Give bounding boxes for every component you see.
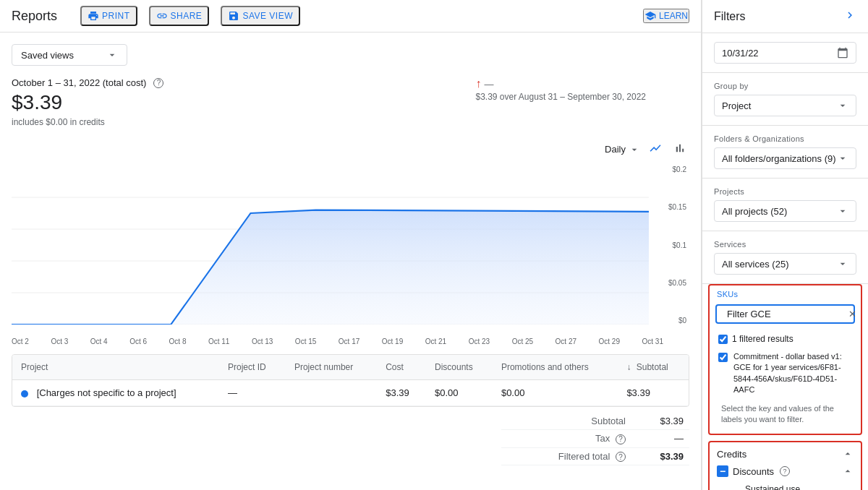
sku-result-item: Commitment - dollar based v1: GCE for 1 …: [715, 347, 855, 400]
folders-section: Folders & Organizations All folders/orga…: [702, 126, 868, 179]
chart-x-labels: Oct 2 Oct 3 Oct 4 Oct 6 Oct 8 Oct 11 Oct…: [12, 336, 689, 354]
promotions-cell: $0.00: [493, 380, 618, 406]
cost-cell: $3.39: [377, 380, 426, 406]
sku-search-input[interactable]: [727, 309, 848, 319]
col-project: Project: [12, 355, 219, 380]
credits-header: Credits: [710, 442, 861, 463]
cost-period-help-icon[interactable]: ?: [153, 78, 163, 88]
filtered-total-label: Filtered total ?: [501, 447, 631, 465]
date-input[interactable]: 10/31/22: [714, 42, 856, 64]
project-name-cell: [Charges not specific to a project]: [12, 380, 219, 406]
cost-summary-left: October 1 – 31, 2022 (total cost) ? $3.3…: [12, 77, 475, 127]
discounts-help-icon[interactable]: ?: [780, 466, 790, 476]
line-chart-icon: [649, 142, 662, 155]
projects-chevron-icon: [837, 205, 848, 217]
project-number-cell: [286, 380, 377, 406]
discounts-cell: $0.00: [426, 380, 493, 406]
sku-results: 1 filtered results Commitment - dollar b…: [710, 328, 861, 434]
cost-period: October 1 – 31, 2022 (total cost) ?: [12, 77, 475, 88]
discounts-expand-icon[interactable]: [842, 465, 854, 477]
daily-period-select[interactable]: Daily: [605, 144, 640, 155]
saved-views-dropdown[interactable]: Saved views: [12, 44, 127, 66]
print-icon: [88, 10, 99, 22]
table-row: [Charges not specific to a project] — $3…: [12, 380, 689, 406]
cost-summary-right: ↑ — $3.39 over August 31 – September 30,…: [475, 77, 646, 102]
skus-section: SKUs ✕ 1 filtered results Commitment - d…: [708, 284, 862, 435]
expand-sidebar-button[interactable]: [843, 9, 856, 24]
labels-hint: Select the key and values of the labels …: [715, 400, 855, 431]
line-chart-button[interactable]: [646, 139, 665, 160]
sku-search-clear-button[interactable]: ✕: [848, 309, 856, 319]
filtered-total-value: $3.39: [631, 447, 689, 465]
group-by-label: Group by: [714, 82, 856, 90]
chevron-down-icon: [106, 49, 118, 61]
credits-section: Credits − Discounts ? Sustained use disc…: [708, 441, 862, 490]
change-dash: —: [484, 79, 493, 90]
projects-value: All projects (52): [722, 206, 837, 217]
sort-down-icon: ↓: [626, 362, 631, 372]
filtered-results-item: 1 filtered results: [715, 331, 855, 347]
print-button[interactable]: PRINT: [80, 6, 137, 26]
credits-title: Credits: [717, 449, 746, 460]
projects-dropdown[interactable]: All projects (52): [714, 200, 856, 222]
print-label: PRINT: [102, 11, 130, 21]
group-by-dropdown[interactable]: Project: [714, 95, 856, 116]
project-id-cell: —: [219, 380, 286, 406]
sku-search-box[interactable]: ✕: [715, 304, 855, 324]
chart-y-labels: $0.2 $0.15 $0.1 $0.05 $0: [663, 166, 689, 324]
project-color-dot: [21, 390, 28, 397]
date-value: 10/31/22: [722, 48, 837, 59]
folders-dropdown[interactable]: All folders/organizations (9): [714, 147, 856, 169]
sku-result-text: Commitment - dollar based v1: GCE for 1 …: [733, 351, 852, 396]
filtered-total-row: Filtered total ? $3.39: [501, 447, 689, 465]
discounts-label: Discounts: [733, 466, 774, 477]
subtotal-cell: $3.39: [618, 380, 689, 406]
cost-credits: includes $0.00 in credits: [12, 117, 475, 127]
cost-table: Project Project ID Project number Cost D…: [12, 354, 689, 407]
date-filter-section: 10/31/22: [702, 33, 868, 73]
services-dropdown[interactable]: All services (25): [714, 253, 856, 275]
save-icon: [228, 10, 239, 22]
save-view-button[interactable]: SAVE VIEW: [221, 6, 300, 26]
share-button[interactable]: SHARE: [149, 6, 210, 26]
discounts-header: − Discounts ?: [710, 463, 861, 480]
filters-content: 10/31/22 Group by Project Folders & Orga…: [702, 33, 868, 490]
saved-views-label: Saved views: [21, 50, 74, 61]
sustained-use-label: Sustained use discounts: [745, 484, 832, 490]
header: Reports PRINT SHARE SAVE VIEW LEARN: [0, 0, 701, 33]
projects-section: Projects All projects (52): [702, 179, 868, 231]
services-label: Services: [714, 240, 856, 249]
folders-label: Folders & Organizations: [714, 134, 856, 143]
learn-icon: [644, 10, 656, 22]
bar-chart-button[interactable]: [671, 139, 689, 160]
cost-change-label: $3.39 over August 31 – September 30, 202…: [475, 92, 646, 102]
services-section: Services All services (25): [702, 231, 868, 284]
filtered-results-checkbox[interactable]: [718, 335, 728, 344]
save-view-label: SAVE VIEW: [242, 11, 293, 21]
col-promotions: Promotions and others: [493, 355, 618, 380]
discounts-collapse-button[interactable]: −: [717, 465, 728, 477]
services-value: All services (25): [722, 259, 837, 270]
chart-container: $0.2 $0.15 $0.1 $0.05 $0: [12, 166, 689, 324]
col-project-number: Project number: [286, 355, 377, 380]
cost-change: ↑ —: [475, 77, 493, 90]
group-by-section: Group by Project: [702, 73, 868, 126]
page-title: Reports: [12, 9, 57, 24]
col-discounts: Discounts: [426, 355, 493, 380]
tax-help-icon[interactable]: ?: [616, 434, 626, 444]
filters-sidebar: Filters 10/31/22 Group by Project Folder…: [702, 0, 868, 490]
tax-label: Tax ?: [501, 430, 631, 448]
group-by-value: Project: [722, 100, 837, 111]
share-icon: [156, 10, 168, 22]
filtered-results-label: 1 filtered results: [732, 334, 793, 344]
projects-label: Projects: [714, 187, 856, 196]
subtotal-value: $3.39: [631, 413, 689, 430]
filtered-total-help-icon[interactable]: ?: [616, 452, 626, 462]
share-label: SHARE: [171, 11, 203, 21]
learn-button[interactable]: LEARN: [643, 9, 689, 23]
sku-result-checkbox[interactable]: [718, 353, 728, 362]
credits-expand-icon[interactable]: [842, 448, 854, 460]
change-arrow-icon: ↑: [475, 77, 481, 90]
col-project-id: Project ID: [219, 355, 286, 380]
main-content: Saved views October 1 – 31, 2022 (total …: [0, 33, 701, 490]
